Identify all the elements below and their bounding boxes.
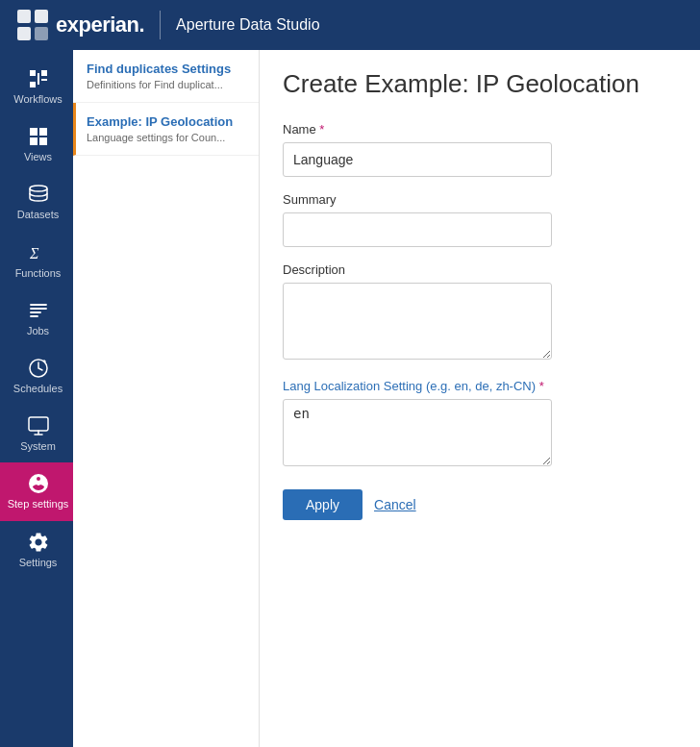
ip-geolocation-title: Example: IP Geolocation <box>87 114 245 129</box>
main-layout: Workflows Views Datasets Σ Functions <box>0 50 700 747</box>
workflows-label: Workflows <box>13 93 62 106</box>
schedules-label: Schedules <box>13 383 62 395</box>
name-field-group: Name * <box>283 122 677 177</box>
sidebar-entry-find-duplicates[interactable]: Find duplicates Settings Definitions for… <box>73 50 259 103</box>
description-textarea[interactable] <box>283 283 552 360</box>
sidebar-item-jobs[interactable]: Jobs <box>0 289 73 347</box>
functions-icon: Σ <box>27 241 50 264</box>
sidebar-item-functions[interactable]: Σ Functions <box>0 232 73 289</box>
lang-field-group: Lang Localization Setting (e.g. en, de, … <box>283 379 677 470</box>
functions-label: Functions <box>15 267 62 280</box>
cancel-button[interactable]: Cancel <box>374 497 416 512</box>
secondary-sidebar: Find duplicates Settings Definitions for… <box>73 50 260 747</box>
sidebar-item-settings[interactable]: Settings <box>0 521 73 579</box>
svg-point-4 <box>30 186 47 191</box>
views-label: Views <box>24 151 52 163</box>
schedules-icon <box>27 357 50 380</box>
svg-rect-2 <box>17 27 31 40</box>
sidebar-item-datasets[interactable]: Datasets <box>0 173 73 231</box>
lang-textarea[interactable]: en <box>283 399 552 466</box>
views-icon <box>27 125 50 148</box>
settings-icon <box>27 531 50 554</box>
form-actions: Apply Cancel <box>283 489 677 520</box>
description-field-group: Description <box>283 262 677 363</box>
system-icon <box>27 414 50 437</box>
settings-label: Settings <box>19 557 58 569</box>
name-label: Name * <box>283 122 677 137</box>
sidebar-item-step-settings[interactable]: Step settings <box>0 462 73 520</box>
ip-geolocation-subtitle: Language settings for Coun... <box>87 132 245 143</box>
jobs-label: Jobs <box>27 325 49 337</box>
system-label: System <box>20 440 56 453</box>
sidebar-entry-ip-geolocation[interactable]: Example: IP Geolocation Language setting… <box>73 103 259 156</box>
find-duplicates-title: Find duplicates Settings <box>87 62 245 76</box>
sidebar-nav: Workflows Views Datasets Σ Functions <box>0 50 73 747</box>
logo: experian. <box>15 8 144 42</box>
step-settings-label: Step settings <box>8 498 69 510</box>
app-title: Aperture Data Studio <box>176 16 319 34</box>
svg-rect-7 <box>29 417 48 431</box>
experian-logo-icon <box>15 8 50 42</box>
sidebar-item-views[interactable]: Views <box>0 115 73 173</box>
svg-rect-0 <box>17 10 31 23</box>
summary-input[interactable] <box>283 212 552 247</box>
sidebar-item-system[interactable]: System <box>0 405 73 462</box>
name-input[interactable] <box>283 142 552 177</box>
summary-field-group: Summary <box>283 192 677 247</box>
jobs-icon <box>27 299 50 322</box>
svg-point-8 <box>37 482 40 486</box>
svg-text:Σ: Σ <box>29 245 39 261</box>
logo-text: experian. <box>56 12 144 37</box>
svg-rect-1 <box>35 10 48 23</box>
main-content: Create Example: IP Geolocation Name * Su… <box>260 50 700 747</box>
page-title: Create Example: IP Geolocation <box>283 69 677 99</box>
datasets-icon <box>27 183 50 206</box>
lang-label: Lang Localization Setting (e.g. en, de, … <box>283 379 677 393</box>
datasets-label: Datasets <box>17 209 59 221</box>
sidebar-item-schedules[interactable]: Schedules <box>0 347 73 405</box>
apply-button[interactable]: Apply <box>283 489 362 520</box>
sidebar-item-workflows[interactable]: Workflows <box>0 58 73 115</box>
find-duplicates-subtitle: Definitions for Find duplicat... <box>87 79 245 90</box>
workflows-icon <box>27 67 50 90</box>
summary-label: Summary <box>283 192 677 207</box>
description-label: Description <box>283 262 677 277</box>
app-header: experian. Aperture Data Studio <box>0 0 700 50</box>
header-divider <box>160 11 161 39</box>
svg-rect-3 <box>35 27 48 40</box>
step-settings-icon <box>27 472 50 495</box>
